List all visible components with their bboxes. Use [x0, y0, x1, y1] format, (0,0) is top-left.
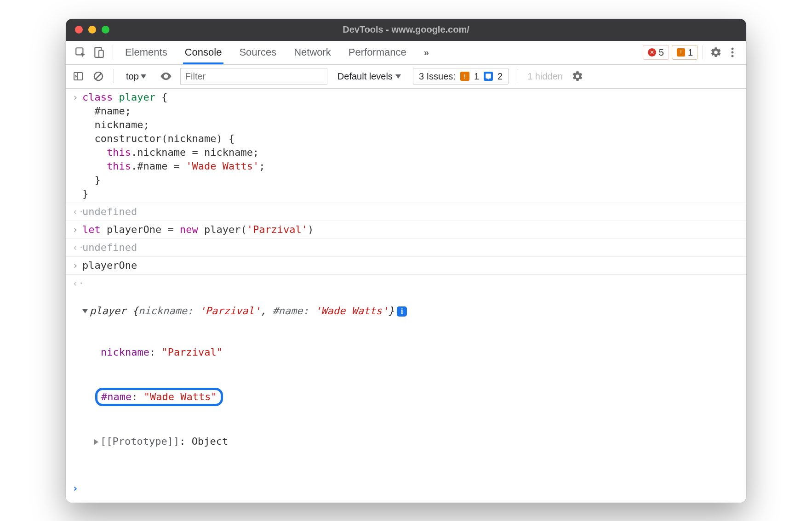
code-line: let playerOne = new player('Parzival') — [82, 223, 314, 237]
tab-console[interactable]: Console — [183, 41, 224, 64]
info-icon[interactable]: i — [397, 306, 407, 317]
input-arrow-icon: › — [72, 223, 82, 237]
svg-rect-2 — [99, 51, 103, 57]
output-arrow-icon: ‹· — [72, 277, 82, 476]
console-input-row[interactable]: › class player { #name; nickname; constr… — [66, 89, 746, 203]
zoom-window-button[interactable] — [102, 26, 109, 34]
undefined-result: undefined — [82, 241, 137, 255]
expand-toggle-icon[interactable] — [82, 309, 88, 313]
context-label: top — [126, 71, 139, 82]
undefined-result: undefined — [82, 205, 137, 219]
issues-warn-count: 1 — [474, 71, 479, 82]
window-title: DevTools - www.google.com/ — [66, 24, 746, 35]
warning-icon: ! — [677, 48, 685, 57]
expand-toggle-icon[interactable] — [94, 439, 98, 445]
tab-elements[interactable]: Elements — [123, 41, 169, 64]
toolbar-separator — [703, 45, 703, 59]
svg-line-9 — [96, 74, 101, 79]
svg-point-5 — [732, 55, 734, 57]
output-arrow-icon: ‹· — [72, 241, 82, 255]
object-prototype[interactable]: [[Prototype]]: Object — [82, 435, 407, 448]
input-arrow-icon: › — [72, 91, 82, 201]
close-window-button[interactable] — [75, 26, 83, 34]
console-output-row: ‹· undefined — [66, 239, 746, 257]
hidden-messages-label: 1 hidden — [527, 71, 563, 82]
object-property-highlighted[interactable]: #name: "Wade Watts" — [82, 388, 407, 406]
main-toolbar: Elements Console Sources Network Perform… — [66, 41, 746, 65]
console-settings-gear-icon[interactable] — [569, 68, 586, 85]
console-input-row[interactable]: › playerOne — [66, 257, 746, 275]
console-prompt[interactable]: › — [66, 478, 746, 503]
dropdown-icon — [395, 74, 401, 79]
dropdown-icon — [141, 74, 146, 79]
minimize-window-button[interactable] — [88, 26, 96, 34]
svg-point-4 — [732, 51, 734, 54]
console-sidebar-toggle-icon[interactable] — [71, 67, 85, 85]
window-titlebar[interactable]: DevTools - www.google.com/ — [66, 19, 746, 41]
code-block: class player { #name; nickname; construc… — [82, 91, 265, 201]
console-output-row: ‹· undefined — [66, 203, 746, 221]
toolbar-separator — [518, 69, 518, 83]
toolbar-separator — [114, 69, 114, 83]
tab-sources[interactable]: Sources — [237, 41, 278, 64]
console-output-row: ‹· player {nickname: 'Parzival', #name: … — [66, 275, 746, 478]
console-output: › class player { #name; nickname; constr… — [66, 89, 746, 503]
error-count-badge[interactable]: ✕ 5 — [643, 45, 669, 60]
more-menu-icon[interactable] — [724, 44, 741, 61]
toolbar-separator — [113, 45, 113, 59]
console-toolbar: top Default levels 3 Issues: ! 1 2 1 hid… — [66, 65, 746, 89]
object-property[interactable]: nickname: "Parzival" — [82, 345, 407, 359]
output-arrow-icon: ‹· — [72, 205, 82, 219]
issues-summary[interactable]: 3 Issues: ! 1 2 — [413, 68, 509, 85]
live-expression-eye-icon[interactable] — [158, 67, 174, 85]
svg-rect-6 — [74, 73, 82, 80]
tab-network[interactable]: Network — [292, 41, 333, 64]
tab-performance[interactable]: Performance — [347, 41, 408, 64]
issues-warn-icon: ! — [460, 72, 469, 81]
panel-tabs: Elements Console Sources Network Perform… — [123, 41, 431, 64]
object-preview-line[interactable]: player {nickname: 'Parzival', #name: 'Wa… — [82, 304, 407, 318]
tabs-overflow-button[interactable]: » — [422, 41, 431, 64]
highlight-ring: #name: "Wade Watts" — [95, 388, 223, 406]
code-line: playerOne — [82, 259, 137, 272]
issues-info-icon — [484, 72, 493, 81]
clear-console-icon[interactable] — [91, 67, 105, 85]
devtools-window: DevTools - www.google.com/ Elements Cons… — [66, 19, 746, 503]
warning-count-badge[interactable]: ! 1 — [672, 45, 698, 60]
traffic-lights — [66, 26, 109, 34]
object-inspector[interactable]: player {nickname: 'Parzival', #name: 'Wa… — [82, 277, 407, 476]
issues-info-count: 2 — [497, 71, 503, 82]
error-icon: ✕ — [648, 48, 656, 57]
prompt-arrow-icon: › — [72, 481, 82, 495]
settings-gear-icon[interactable] — [708, 44, 724, 61]
console-input-row[interactable]: › let playerOne = new player('Parzival') — [66, 221, 746, 239]
svg-point-3 — [732, 48, 734, 50]
device-toolbar-icon[interactable] — [90, 43, 108, 62]
warning-count: 1 — [688, 47, 693, 58]
levels-label: Default levels — [337, 71, 393, 82]
error-count: 5 — [659, 47, 664, 58]
console-filter-input[interactable] — [180, 68, 327, 85]
input-arrow-icon: › — [72, 259, 82, 272]
issues-label: 3 Issues: — [419, 71, 456, 82]
inspect-element-icon[interactable] — [71, 43, 90, 62]
context-selector[interactable]: top — [122, 69, 152, 84]
log-levels-dropdown[interactable]: Default levels — [334, 69, 406, 84]
